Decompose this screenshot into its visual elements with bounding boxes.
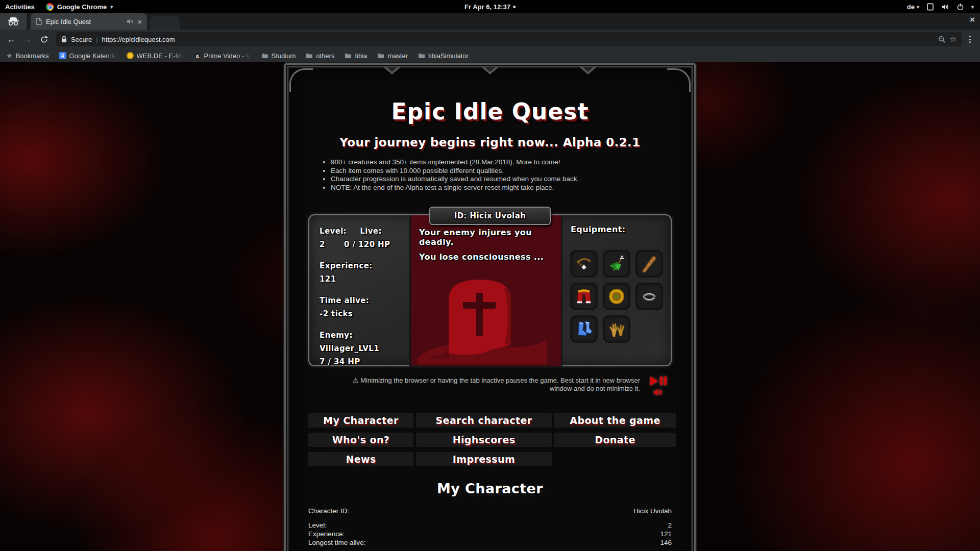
security-label: Secure bbox=[71, 36, 92, 43]
bookmark-label: others bbox=[316, 52, 334, 60]
menu-search-character[interactable]: Search character bbox=[416, 413, 552, 428]
battle-area: Your enemy injures you deadly. You lose … bbox=[409, 215, 562, 366]
bookmark-label: Studium bbox=[272, 52, 296, 60]
detail-label: Character ID: bbox=[308, 507, 349, 515]
menu-whos-on[interactable]: Who's on? bbox=[308, 433, 413, 447]
equipment-grid bbox=[571, 251, 671, 342]
star-icon: ★ bbox=[6, 52, 13, 60]
incognito-icon bbox=[0, 13, 27, 30]
bookmark-label: WEB.DE - E-Mail bbox=[137, 52, 184, 60]
app-menu[interactable]: Google Chrome ▾ bbox=[46, 3, 113, 11]
bookmark-folder-studium[interactable]: Studium bbox=[261, 52, 296, 60]
ring-icon bbox=[640, 287, 659, 306]
bookmark-label: tibia bbox=[355, 52, 367, 60]
new-tab-button[interactable] bbox=[150, 16, 180, 30]
folder-icon bbox=[377, 53, 384, 59]
equipment-slot-ring[interactable] bbox=[636, 283, 663, 310]
game-panel: ID: Hicix Uvolah Level: Live: 2 0 / 120 … bbox=[308, 214, 672, 366]
equipment-label: Equipment: bbox=[571, 224, 671, 234]
feature-item: 900+ creatures and 350+ items implemente… bbox=[331, 158, 672, 167]
menu-donate[interactable]: Donate bbox=[554, 433, 676, 447]
page-subtitle: Your journey begins right now... Alpha 0… bbox=[308, 136, 672, 149]
frame-ornament bbox=[580, 67, 596, 74]
menu-empty-cell bbox=[554, 452, 676, 466]
zoom-level-icon[interactable] bbox=[938, 36, 946, 43]
bookmark-folder-others[interactable]: others bbox=[306, 52, 334, 60]
enemy-label: Enemy: bbox=[320, 331, 409, 340]
browser-menu-button[interactable] bbox=[964, 34, 976, 45]
keyboard-layout[interactable]: de ▾ bbox=[907, 3, 919, 11]
page-frame: Epic Idle Quest Your journey begins righ… bbox=[284, 63, 696, 551]
amulet-icon bbox=[574, 254, 594, 273]
divider: | bbox=[96, 36, 97, 43]
equipment-slot-legs[interactable] bbox=[571, 283, 597, 310]
bookmark-star-icon[interactable]: ☆ bbox=[950, 35, 957, 44]
chevron-down-icon: ▾ bbox=[917, 4, 919, 10]
legs-icon bbox=[574, 287, 594, 306]
back-button[interactable]: ← bbox=[4, 32, 18, 46]
page-viewport: Epic Idle Quest Your journey begins righ… bbox=[0, 62, 980, 551]
menu-highscores[interactable]: Highscores bbox=[416, 433, 552, 447]
equipment-slot-shield[interactable] bbox=[603, 283, 630, 310]
folder-icon bbox=[418, 53, 425, 59]
menu-about-the-game[interactable]: About the game bbox=[554, 413, 676, 428]
document-icon bbox=[36, 18, 42, 25]
level-value: 2 bbox=[320, 240, 331, 249]
url-text: https://epicidlequest.com bbox=[102, 36, 934, 43]
warning-icon: ⚠ bbox=[353, 377, 359, 384]
browser-toolbar: ← → Secure | https://epicidlequest.com ☆ bbox=[0, 30, 980, 49]
gnome-top-bar: Activities Google Chrome ▾ Fr Apr 6, 12:… bbox=[0, 0, 980, 13]
equipment-slot-quiver[interactable] bbox=[603, 251, 630, 277]
menu-news[interactable]: News bbox=[308, 452, 413, 466]
club-icon bbox=[640, 254, 659, 273]
bookmark-folder-tibiasimulator[interactable]: tibiaSimulator bbox=[418, 52, 469, 60]
pause-note-line2: window and do not minimize it. bbox=[550, 385, 640, 392]
shield-icon bbox=[607, 287, 626, 306]
equipment-slot-amulet[interactable] bbox=[571, 251, 597, 277]
equipment-slot-boots[interactable] bbox=[571, 316, 597, 342]
equipment-slot-gloves[interactable] bbox=[603, 316, 630, 342]
tab-close-icon[interactable]: × bbox=[137, 17, 142, 26]
bookmark-folder-tibia[interactable]: tibia bbox=[345, 52, 367, 60]
feature-item: Each item comes with 10.000 possible dif… bbox=[331, 167, 672, 176]
menu-my-character[interactable]: My Character bbox=[308, 413, 413, 428]
bookmark-prime-video[interactable]: a Prime Video - Vid bbox=[194, 52, 251, 60]
time-alive-value: -2 ticks bbox=[320, 309, 409, 318]
time-alive-label: Time alive: bbox=[320, 296, 409, 305]
chrome-logo-icon bbox=[46, 3, 54, 11]
reload-button[interactable] bbox=[37, 32, 51, 46]
bookmarks-manager[interactable]: ★ Bookmarks bbox=[6, 52, 49, 60]
menu-impressum[interactable]: Impressum bbox=[416, 452, 552, 466]
quiver-icon bbox=[607, 254, 626, 273]
detail-label: Level: bbox=[308, 521, 327, 530]
tab-audio-icon[interactable] bbox=[127, 18, 133, 24]
window-close-button[interactable]: × bbox=[970, 15, 975, 24]
pause-note: ⚠ Minimizing the browser or having the t… bbox=[353, 377, 640, 393]
pause-button[interactable] bbox=[660, 377, 667, 386]
browser-tab[interactable]: Epic Idle Quest × bbox=[31, 13, 147, 30]
activities-button[interactable]: Activities bbox=[5, 3, 35, 11]
battle-message: You lose consciousness ... bbox=[419, 252, 554, 262]
equipment-slot-club[interactable] bbox=[636, 251, 663, 277]
sound-button[interactable] bbox=[653, 388, 664, 397]
equipment-panel: Equipment: bbox=[562, 215, 671, 366]
enemy-name: Villager_LVL1 bbox=[320, 344, 409, 353]
play-button[interactable] bbox=[650, 377, 658, 386]
address-bar[interactable]: Secure | https://epicidlequest.com ☆ bbox=[56, 32, 962, 46]
bookmark-label: Bookmarks bbox=[16, 52, 49, 60]
bookmark-google-kalender[interactable]: 4 Google Kalender bbox=[59, 52, 116, 60]
frame-ornament bbox=[482, 67, 498, 74]
bookmark-label: master bbox=[387, 52, 408, 60]
bookmark-webde[interactable]: WEB.DE - E-Mail bbox=[127, 52, 184, 60]
system-menu[interactable]: de ▾ ▾ bbox=[907, 3, 980, 11]
forward-button[interactable]: → bbox=[20, 32, 35, 46]
bookmark-folder-master[interactable]: master bbox=[377, 52, 408, 60]
folder-icon bbox=[345, 53, 352, 59]
detail-value: 121 bbox=[660, 530, 672, 538]
clock-button[interactable]: Fr Apr 6, 12:37 bbox=[464, 3, 516, 11]
bookmark-label: Google Kalender bbox=[69, 52, 116, 60]
bookmark-label: tibiaSimulator bbox=[428, 52, 469, 60]
pause-note-row: ⚠ Minimizing the browser or having the t… bbox=[308, 377, 672, 397]
lock-icon[interactable] bbox=[61, 36, 67, 43]
tombstone-image bbox=[413, 268, 550, 364]
